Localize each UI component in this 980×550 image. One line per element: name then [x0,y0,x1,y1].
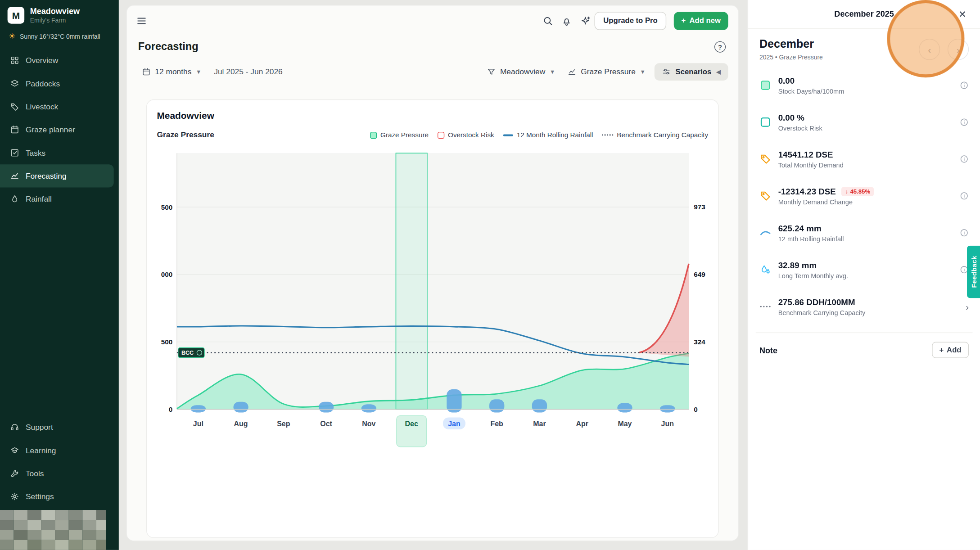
stat-benchmark-capacity[interactable]: 275.86 DDH/100MM Benchmark Carrying Capa… [748,288,980,325]
chevron-left-icon: ‹ [928,44,931,55]
sidebar-item-label: Learning [26,446,56,455]
info-icon[interactable] [959,191,969,201]
hamburger-icon [136,15,147,26]
legend-overstock-risk[interactable]: Overstock Risk [437,131,494,139]
sidebar-item-rainfall[interactable]: Rainfall [0,188,119,211]
sidebar-item-learning[interactable]: Learning [0,439,119,462]
stat-label: Long Term Monthly avg. [778,271,848,279]
month-label: Oct [320,420,332,428]
info-icon[interactable] [959,81,969,90]
sidebar-item-label: Overview [26,56,58,65]
farm-name: Meadowview [30,7,80,16]
help-icon[interactable]: ? [714,41,726,53]
left-axis-tick: 500 [161,203,172,211]
stat-stock-days: 0.00 Stock Days/ha/100mm [748,67,980,104]
graze-planner-icon [10,125,19,135]
stat-value: 32.89 mm [778,260,817,270]
info-icon[interactable] [959,228,969,238]
info-icon[interactable] [959,117,969,127]
upgrade-button[interactable]: Upgrade to Pro [595,12,666,30]
forecast-chart[interactable]: BCC50000050009736493240JulAugSepOctNovDe… [157,144,709,469]
close-icon[interactable]: ✕ [955,8,970,21]
sidebar-item-label: Livestock [26,102,58,111]
weather-text: Sunny 16°/32°C 0mm rainfall [20,33,100,40]
forecast-chart-card: Meadowview Graze Pressure Graze Pressure… [146,99,719,538]
sidebar-nav: Overview Paddocks Livestock Graze planne… [0,49,119,211]
monthly-rainfall-blob [660,405,675,412]
sidebar-item-livestock[interactable]: Livestock [0,95,119,118]
sidebar-item-support[interactable]: Support [0,415,119,438]
sidebar-item-label: Settings [26,492,54,500]
stat-long-term-avg: 32.89 mm Long Term Monthly avg. [748,251,980,288]
filter-row: 12 months ▼ Jul 2025 - Jun 2026 Meadowvi… [127,53,738,81]
chevron-down-icon: ▼ [640,69,646,75]
next-month-button[interactable]: › [948,39,969,60]
chevron-left-icon: ◀ [716,69,721,75]
month-label: Mar [533,420,546,428]
livestock-icon [10,102,19,112]
left-axis-tick: 000 [161,270,172,278]
sidebar-item-tasks[interactable]: Tasks [0,141,119,164]
sidebar-item-tools[interactable]: Tools [0,462,119,485]
month-label: Aug [234,420,248,428]
info-icon[interactable] [959,154,969,164]
arrow-down-icon: ↓ [845,188,849,194]
previous-month-button[interactable]: ‹ [919,39,940,60]
sidebar-item-forecasting[interactable]: Forecasting [0,165,114,188]
sidebar-item-overview[interactable]: Overview [0,49,119,72]
sidebar-item-paddocks[interactable]: Paddocks [0,72,119,95]
add-note-button[interactable]: + Add [932,342,969,358]
sidebar-item-label: Tools [26,469,44,478]
stat-label: Overstock Risk [778,124,822,132]
metric-dropdown[interactable]: Graze Pressure ▼ [564,65,649,79]
stat-monthly-demand-change: -12314.23 DSE ↓ 45.85% Monthly Demand Ch… [748,177,980,214]
stat-total-monthly-demand: 14541.12 DSE Total Monthly Demand [748,140,980,177]
stat-label: Benchmark Carrying Capacity [778,308,866,316]
scenarios-label: Scenarios [676,68,712,76]
period-dropdown[interactable]: 12 months ▼ [138,65,205,79]
search-button[interactable] [538,11,557,30]
sidebar-item-label: Support [26,423,53,431]
stat-overstock-risk: 0.00 % Overstock Risk [748,104,980,140]
month-label: Jun [661,420,674,428]
legend-graze-pressure[interactable]: Graze Pressure [370,131,429,139]
month-label: Nov [362,420,375,428]
notifications-button[interactable] [557,11,576,30]
legend-label: Benchmark Carrying Capacity [617,131,708,139]
stat-label: 12 mth Rolling Rainfall [778,234,844,242]
sidebar-item-settings[interactable]: Settings [0,485,119,508]
scenarios-button[interactable]: Scenarios ◀ [654,63,728,81]
monthly-rainfall-blob [233,402,248,413]
farm-dropdown[interactable]: Meadowview ▼ [483,65,559,79]
tag-icon [759,153,772,165]
legend-rolling-rainfall[interactable]: 12 Month Rolling Rainfall [503,131,593,139]
chevron-right-icon: › [966,301,969,312]
overview-icon [10,56,19,65]
month-label: Jul [193,420,203,428]
stat-rolling-rainfall: 625.24 mm 12 mth Rolling Rainfall [748,214,980,251]
stat-value: -12314.23 DSE [778,186,836,196]
sidebar-item-graze-planner[interactable]: Graze planner [0,118,119,141]
ai-assistant-button[interactable] [576,11,595,30]
menu-toggle[interactable] [132,11,151,30]
legend-benchmark[interactable]: Benchmark Carrying Capacity [602,131,708,139]
metric-value: Graze Pressure [581,68,636,76]
page-head: Forecasting ? [127,36,738,53]
bell-icon [561,15,572,26]
app-root: M Meadowview Emily's Farm ☀ Sunny 16°/32… [0,0,980,550]
selected-month-name: December [759,37,823,50]
feedback-tab[interactable]: Feedback [967,246,980,298]
month-label: Jan [448,420,461,428]
topbar: Upgrade to Pro + Add new [127,5,738,36]
farm-switcher[interactable]: M Meadowview Emily's Farm [0,0,119,28]
add-new-button[interactable]: + Add new [674,12,728,30]
benchmark-swatch [602,135,613,136]
stat-label: Stock Days/ha/100mm [778,87,845,95]
pixelated-image [0,510,106,550]
plus-icon: + [681,16,686,25]
paddocks-icon [10,79,19,88]
overstock-risk-swatch [437,131,444,138]
search-icon [542,15,553,26]
stat-value: 275.86 DDH/100MM [778,297,855,307]
curve-line-icon [759,226,772,239]
